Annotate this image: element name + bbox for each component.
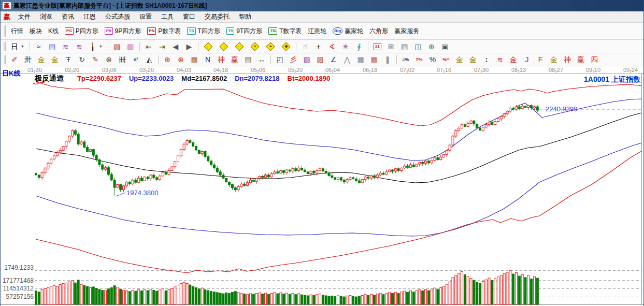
- trend-angle-button[interactable]: ∠: [327, 54, 340, 65]
- fibo-grid-button[interactable]: Ŧ: [62, 54, 75, 65]
- price-frame-button[interactable]: ◰: [273, 54, 287, 65]
- network-button[interactable]: ⊕: [425, 41, 438, 52]
- t-square-button[interactable]: TST四方形: [184, 25, 223, 37]
- menu-资讯[interactable]: 资讯: [57, 11, 79, 22]
- histogram-button[interactable]: ▥: [124, 41, 137, 52]
- p-number-table-button[interactable]: PNP数字表: [144, 25, 184, 37]
- fan-box-red-button[interactable]: ▨: [313, 54, 327, 65]
- menu-江恩[interactable]: 江恩: [79, 11, 101, 22]
- menu-帮助[interactable]: 帮助: [234, 11, 256, 22]
- zoom-expand-xy-button[interactable]: ⊕: [278, 42, 294, 51]
- ying-grid-button[interactable]: 赢: [228, 54, 241, 65]
- ying-angle-button[interactable]: 赢: [574, 54, 588, 65]
- winner-wheel-button[interactable]: Big赢家轮: [330, 25, 366, 37]
- period-day-button[interactable]: 日▼: [8, 41, 27, 52]
- prev-bar-button[interactable]: ◀: [169, 41, 182, 52]
- grid-red-button[interactable]: ▦: [367, 54, 381, 65]
- time-circle-button[interactable]: ⊛: [102, 54, 116, 65]
- span-measure-button[interactable]: ↔: [255, 54, 268, 65]
- time-grid-2-button[interactable]: 卌: [116, 54, 129, 65]
- gold-section-1-button[interactable]: 金: [35, 54, 48, 65]
- zoom-cross-button[interactable]: +: [263, 42, 278, 51]
- star-circle-button[interactable]: ⊛: [174, 54, 188, 65]
- sectors-button[interactable]: 板块: [26, 25, 45, 37]
- gold-angle-button[interactable]: 金: [547, 54, 561, 65]
- menu-设置[interactable]: 设置: [135, 11, 156, 22]
- computer-button[interactable]: ▣: [438, 41, 452, 52]
- quotes-button[interactable]: 行情: [8, 25, 26, 37]
- zoom-fit-x-button[interactable]: ↔: [232, 42, 247, 51]
- t-number-table-button[interactable]: TNT数字表: [265, 25, 305, 37]
- gold-section-2-button[interactable]: 金: [48, 54, 62, 65]
- gold-circle-2-button[interactable]: 金: [466, 54, 480, 65]
- n-square-button[interactable]: n²: [129, 54, 142, 65]
- f-angle-button[interactable]: F: [534, 54, 547, 65]
- period-label[interactable]: 日K线: [2, 69, 20, 78]
- time-grid-button[interactable]: 卅: [21, 54, 35, 65]
- p-square-button[interactable]: PSP四方形: [62, 25, 102, 37]
- volume-bar: [35, 291, 37, 304]
- calculator-button[interactable]: ⊞: [384, 41, 398, 52]
- gold-lines-button[interactable]: 金: [507, 54, 520, 65]
- crosshair-button[interactable]: +: [312, 41, 325, 52]
- spiral-5-button[interactable]: ↻: [75, 54, 89, 65]
- menu-公式选股[interactable]: 公式选股: [101, 11, 135, 22]
- p9-square-button[interactable]: P99P四方形: [102, 25, 144, 37]
- info-doc-button[interactable]: ▤: [46, 41, 59, 52]
- shen-angle-button[interactable]: 神: [561, 54, 574, 65]
- save-disk-button[interactable]: ◫: [411, 41, 425, 52]
- shen-grid-button[interactable]: 神: [214, 54, 228, 65]
- kline-chart[interactable]: 2240.93991974.3800: [1, 66, 644, 306]
- next-bar-button[interactable]: ▶: [182, 41, 196, 52]
- red-pattern-button[interactable]: ▨: [110, 41, 124, 52]
- wave-band-button[interactable]: ≋: [493, 54, 507, 65]
- fan-box-purple-button[interactable]: ▨: [300, 54, 313, 65]
- wave-9-button[interactable]: ≋: [73, 41, 86, 52]
- percent-button[interactable]: %: [426, 54, 439, 65]
- notepad-button[interactable]: ▤: [398, 41, 411, 52]
- kline-button[interactable]: K线: [45, 25, 62, 37]
- menu-浏览[interactable]: 浏览: [35, 11, 57, 22]
- zigzag-button[interactable]: ⋀: [340, 54, 354, 65]
- calendar-21-button[interactable]: 21: [370, 41, 384, 52]
- n-wave-mark-button[interactable]: N: [201, 54, 214, 65]
- winner-service-button[interactable]: 赢家服务: [391, 25, 422, 37]
- spiral-tool-button[interactable]: ∮: [352, 41, 366, 52]
- candle-style-button[interactable]: ╽▼: [86, 41, 106, 52]
- draw-pen-button[interactable]: ✎: [89, 54, 102, 65]
- grid-gray-button[interactable]: ▦: [354, 54, 367, 65]
- menu-工具[interactable]: 工具: [156, 11, 178, 22]
- hexagon-button[interactable]: 六角形: [366, 25, 391, 37]
- net-box-button[interactable]: ▦: [188, 54, 201, 65]
- gold-circle-1-button[interactable]: 金: [453, 54, 466, 65]
- trend-wave-button[interactable]: ≈: [32, 41, 46, 52]
- zoom-shrink-xy-button[interactable]: ×: [247, 42, 263, 51]
- fan-lines-button[interactable]: 彡: [287, 54, 300, 65]
- scale-list-button[interactable]: ≡%: [399, 54, 412, 65]
- go-last-button[interactable]: ⇥: [155, 41, 169, 52]
- wave-3-button[interactable]: ≋: [59, 41, 73, 52]
- percent-retrace-button[interactable]: 7%: [412, 54, 426, 65]
- t9-square-button[interactable]: T99T四方形: [223, 25, 265, 37]
- angle-measure-button[interactable]: ∢: [325, 41, 339, 52]
- si-angle-button[interactable]: 四: [588, 54, 601, 65]
- menu-文件[interactable]: 文件: [13, 11, 35, 22]
- symbol-label[interactable]: 1A0001 上证指数: [584, 75, 640, 84]
- candle: [449, 145, 451, 150]
- knife-pen-button[interactable]: ✐: [8, 54, 21, 65]
- go-first-button[interactable]: ⇤: [142, 41, 155, 52]
- hand-drag-button[interactable]: ☝: [298, 41, 312, 52]
- menu-交易委托[interactable]: 交易委托: [200, 11, 234, 22]
- zoom-expand-x-button[interactable]: →: [216, 42, 232, 51]
- gann-wheel-button[interactable]: 江恩轮: [305, 25, 330, 37]
- menu-窗口[interactable]: 窗口: [178, 11, 200, 22]
- parallel-lines-button[interactable]: ∥: [381, 54, 394, 65]
- angle-ruler-button[interactable]: ◭: [142, 54, 156, 65]
- j-angle-button[interactable]: J: [520, 54, 534, 65]
- grid-123-button[interactable]: ▤: [241, 54, 255, 65]
- target-cross-button[interactable]: ⊕: [161, 54, 174, 65]
- percent-eq-button[interactable]: %=: [439, 54, 453, 65]
- zoom-shrink-x-button[interactable]: ←: [201, 42, 216, 51]
- gann-net-button[interactable]: ✳: [339, 41, 352, 52]
- measure-v-button[interactable]: ↕: [480, 54, 493, 65]
